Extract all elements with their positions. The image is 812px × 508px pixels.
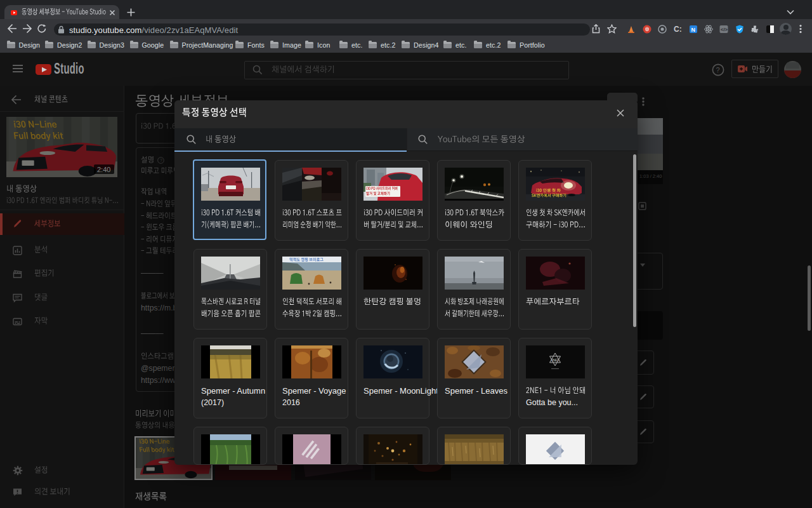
svg-text:C:: C: <box>674 25 682 34</box>
svg-text:N: N <box>691 26 695 32</box>
svg-text:</>: </> <box>721 27 728 32</box>
svg-text:2NE1: 2NE1 <box>551 358 559 361</box>
